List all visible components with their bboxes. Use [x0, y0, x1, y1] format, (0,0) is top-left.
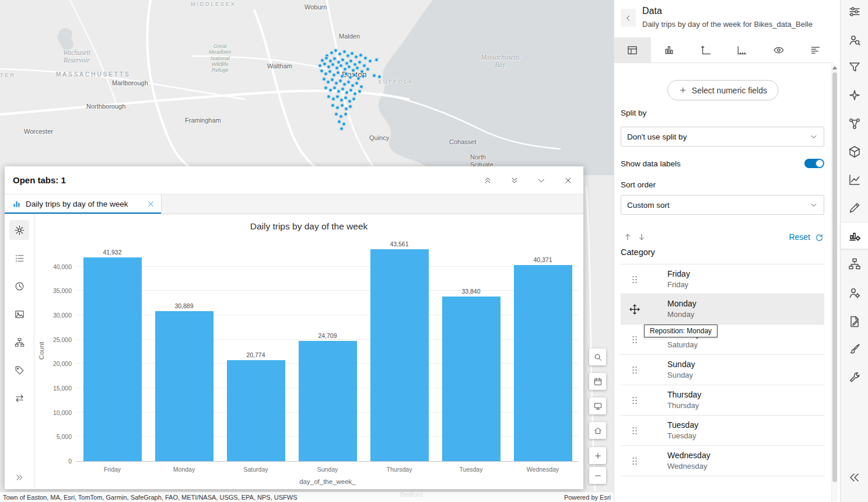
chevron-left-icon [624, 14, 632, 22]
rail-sketch-button[interactable] [848, 201, 862, 215]
y-tick-label: 20,000 [53, 360, 72, 367]
chart-legend-button[interactable] [9, 248, 29, 268]
trip-point [338, 79, 342, 83]
reset-sort-button[interactable]: Reset [789, 232, 824, 242]
tab-y-axis[interactable] [687, 37, 724, 62]
rail-tools-button[interactable] [848, 371, 862, 385]
category-item-tuesday[interactable]: TuesdayTuesday [621, 416, 824, 446]
chart-tab-bar: Daily trips by day of the week [5, 194, 583, 214]
tab-guides[interactable] [761, 37, 797, 62]
x-axis-ticks: FridayMondaySaturdaySundayThursdayTuesda… [76, 466, 579, 473]
bar[interactable] [155, 311, 214, 461]
trip-point [366, 67, 370, 71]
trip-point [368, 59, 372, 63]
map-home-button[interactable] [589, 422, 606, 439]
rail-chart-properties-button[interactable] [848, 229, 862, 243]
category-item-thursday[interactable]: ThursdayThursday [621, 385, 824, 416]
bar[interactable] [227, 360, 285, 461]
category-item-sunday[interactable]: SundaySunday [621, 355, 824, 385]
move-down-button[interactable] [635, 230, 649, 244]
category-item-friday[interactable]: FridayFriday [621, 264, 824, 294]
rail-sharing-button[interactable] [848, 286, 862, 300]
show-data-labels-toggle[interactable] [804, 159, 824, 168]
trip-point [377, 75, 382, 79]
category-item-sublabel: Monday [667, 310, 696, 319]
rail-filter-button[interactable] [848, 60, 862, 74]
tab-format[interactable] [797, 37, 834, 62]
bar-data-label: 24,709 [318, 332, 337, 339]
rail-model-button[interactable] [848, 257, 862, 271]
trip-point [342, 122, 346, 126]
trip-point [353, 92, 357, 96]
tab-daily-trips[interactable]: Daily trips by day of the week [5, 194, 162, 214]
select-numeric-fields-button[interactable]: Select numeric fields [667, 80, 778, 100]
tab-data-fields[interactable] [614, 37, 651, 62]
category-item-wednesday[interactable]: WednesdayWednesday [621, 446, 824, 476]
drag-handle-icon[interactable] [629, 364, 640, 376]
map-zoom-in-button[interactable] [589, 447, 606, 464]
bar[interactable] [514, 265, 572, 461]
expand-toolbar-icon[interactable] [15, 473, 24, 482]
bar[interactable] [370, 249, 429, 461]
minimize-icon[interactable] [537, 176, 546, 185]
map-zoom-out-button[interactable] [589, 467, 606, 484]
drag-handle-icon[interactable] [629, 425, 640, 437]
drag-handle-icon[interactable] [629, 395, 640, 406]
drag-handle-icon[interactable] [629, 274, 640, 285]
map-label: Worcester [24, 128, 53, 135]
map-label: MIDDLESEX [191, 1, 236, 8]
drag-handle-icon[interactable] [629, 334, 640, 346]
reposition-tooltip: Reposition: Monday [644, 325, 718, 337]
chart-model-button[interactable] [9, 332, 29, 352]
refresh-icon [814, 232, 824, 242]
trip-point [348, 104, 352, 109]
rail-find-button[interactable] [848, 33, 862, 47]
tab-series[interactable] [651, 37, 688, 62]
trip-point [332, 73, 336, 77]
chart-plot-region[interactable]: Daily trips by day of the week Count 05,… [34, 214, 583, 489]
move-cursor-icon[interactable] [629, 304, 640, 315]
rail-chart-line-button[interactable] [848, 173, 862, 187]
rail-analysis-button[interactable] [848, 117, 862, 131]
category-item-monday[interactable]: MondayMonday [621, 294, 824, 325]
scroll-up-arrow[interactable] [832, 66, 837, 69]
map-time-slider-button[interactable] [589, 373, 606, 390]
chart-swap-axes-button[interactable] [9, 388, 29, 408]
close-window-icon[interactable] [564, 176, 573, 185]
chart-tag-button[interactable] [9, 360, 29, 380]
move-up-button[interactable] [621, 230, 635, 244]
chart-gear-icon [848, 229, 862, 243]
dock-up-icon[interactable] [483, 176, 492, 185]
drag-handle-icon[interactable] [629, 455, 640, 467]
map-presentation-button[interactable] [589, 398, 606, 414]
collapse-panel-button[interactable] [621, 9, 636, 27]
chart-history-button[interactable] [9, 276, 29, 296]
bar[interactable] [299, 341, 357, 461]
rail-scene-button[interactable] [848, 145, 862, 159]
map-search-button[interactable] [589, 348, 606, 365]
rail-collapse-button[interactable] [848, 470, 862, 484]
chart-window-header[interactable]: Open tabs: 1 [5, 166, 583, 194]
split-by-select[interactable]: Don't use split by [621, 127, 824, 147]
bar[interactable] [83, 257, 142, 461]
bar[interactable] [442, 297, 501, 461]
map-label: Great Meadows National Wildlife Refuge [209, 43, 232, 74]
panel-scrollbar[interactable] [831, 64, 838, 502]
search-icon [593, 353, 603, 362]
dock-down-icon[interactable] [510, 176, 519, 185]
category-item-sublabel: Saturday [667, 340, 700, 349]
sort-order-select[interactable]: Custom sort [621, 195, 824, 215]
scrollbar-thumb[interactable] [832, 72, 837, 482]
chart-settings-button[interactable] [9, 220, 29, 240]
chart-export-image-button[interactable] [9, 304, 29, 324]
rail-style-button[interactable] [848, 342, 862, 356]
close-tab-icon[interactable] [146, 200, 155, 208]
trip-point [340, 74, 344, 78]
rail-effects-button[interactable] [848, 88, 862, 102]
x-tick-label: Friday [76, 466, 148, 473]
bar-data-label: 40,371 [533, 256, 552, 263]
tab-x-axis[interactable] [724, 37, 761, 62]
rail-properties-button[interactable] [848, 5, 862, 19]
rail-report-button[interactable] [848, 315, 862, 329]
x-tick-label: Tuesday [435, 466, 507, 473]
